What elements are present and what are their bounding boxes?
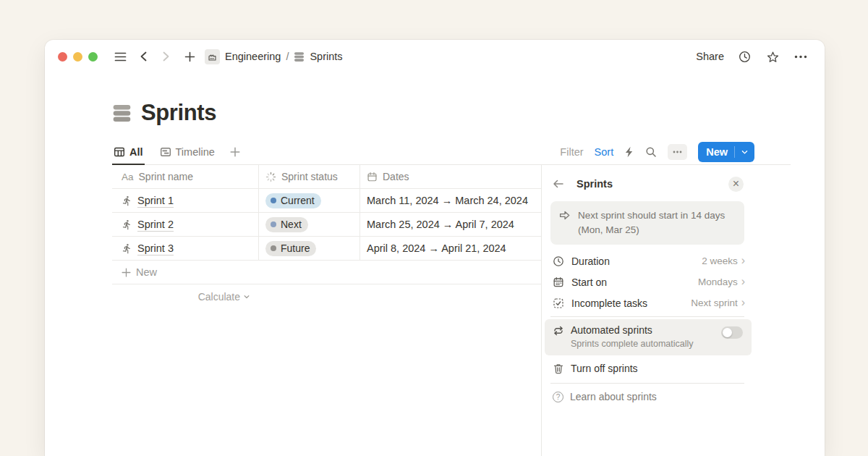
column-label: Dates	[383, 171, 409, 182]
breadcrumb-page[interactable]: Sprints	[310, 51, 342, 62]
column-label: Sprint status	[281, 171, 338, 182]
close-icon[interactable]: ×	[728, 177, 744, 192]
cell-dates[interactable]: April 8, 2024 → April 21, 2024	[360, 237, 541, 260]
trash-icon	[553, 363, 564, 374]
date-property-icon	[367, 172, 378, 182]
sidebar-menu-icon[interactable]	[112, 47, 128, 66]
table-header-row: Aa Sprint name Sprint status Dates	[112, 165, 541, 189]
repeat-cycle-icon	[553, 325, 564, 350]
toggle-knob	[723, 328, 732, 337]
chevron-right-icon: ›	[741, 297, 745, 308]
status-label: Current	[281, 195, 315, 206]
automations-bolt-icon[interactable]	[624, 146, 634, 158]
setting-value: 2 weeks	[702, 256, 738, 266]
cell-sprint-name[interactable]: Sprint 2	[112, 213, 259, 236]
status-badge[interactable]: Future	[265, 241, 316, 256]
date-range: March 25, 2024 → April 7, 2024	[367, 219, 514, 230]
notice-line1: Next sprint should start in 14 days	[578, 210, 725, 221]
cell-sprint-status[interactable]: Next	[259, 213, 360, 236]
setting-duration[interactable]: Duration 2 weeks ›	[542, 250, 753, 271]
view-options-icon[interactable]	[668, 144, 687, 160]
zoom-window-button[interactable]	[88, 52, 98, 62]
setting-start-on[interactable]: Start on Mondays ›	[542, 271, 753, 292]
tab-all[interactable]: All	[112, 140, 145, 165]
automated-sprints-toggle[interactable]	[721, 326, 743, 339]
learn-about-sprints-label: Learn about sprints	[570, 391, 657, 402]
sprint-name-link[interactable]: Sprint 1	[137, 195, 174, 206]
cell-dates[interactable]: March 25, 2024 → April 7, 2024	[360, 213, 541, 236]
sort-button[interactable]: Sort	[595, 146, 614, 158]
cell-sprint-name[interactable]: Sprint 3	[112, 237, 259, 260]
cell-dates[interactable]: March 11, 2024 → March 24, 2024	[360, 189, 541, 212]
status-dot	[271, 245, 276, 251]
help-question-icon: ?	[553, 392, 563, 402]
sprints-table: Aa Sprint name Sprint status Dates	[112, 165, 541, 308]
app-window: Engineering / Sprints Share Sprints	[45, 40, 825, 456]
setting-label: Duration	[571, 256, 610, 267]
chevron-right-icon: ›	[741, 255, 745, 266]
share-button[interactable]: Share	[696, 51, 724, 62]
new-page-icon[interactable]	[182, 47, 197, 66]
chevron-right-icon: ›	[741, 276, 745, 287]
column-header-sprint-name[interactable]: Aa Sprint name	[112, 165, 259, 188]
sprint-name-link[interactable]: Sprint 3	[137, 242, 174, 254]
chevron-down-icon	[243, 293, 250, 300]
column-header-dates[interactable]: Dates	[360, 165, 541, 188]
status-badge[interactable]: Current	[265, 193, 321, 208]
table-row[interactable]: Sprint 1 Current March 11, 2024 → March …	[112, 189, 541, 213]
sprint-runner-icon	[122, 219, 132, 230]
sprint-name-link[interactable]: Sprint 2	[137, 219, 174, 230]
close-window-button[interactable]	[58, 52, 67, 62]
setting-label: Incomplete tasks	[571, 297, 647, 309]
new-button-label: New	[698, 146, 734, 158]
calculate-button[interactable]: Calculate	[112, 284, 259, 308]
breadcrumb-workspace[interactable]: Engineering	[225, 51, 281, 62]
workspace-icon[interactable]	[205, 49, 220, 64]
tab-timeline[interactable]: Timeline	[158, 140, 216, 164]
updates-clock-icon[interactable]	[736, 47, 752, 66]
cell-sprint-name[interactable]: Sprint 1	[112, 189, 259, 212]
view-bar: All Timeline Filter Sort New	[112, 140, 791, 165]
learn-about-sprints-link[interactable]: ? Learn about sprints	[542, 385, 753, 408]
sprint-runner-icon	[122, 243, 132, 254]
calculate-label: Calculate	[198, 291, 240, 303]
new-row-button[interactable]: New	[112, 261, 541, 284]
favorite-star-icon[interactable]	[765, 47, 780, 66]
automated-sprints-label: Automated sprints	[571, 324, 652, 336]
new-button[interactable]: New	[698, 142, 754, 162]
next-sprint-notice: Next sprint should start in 14 days (Mon…	[550, 201, 744, 245]
minimize-window-button[interactable]	[73, 52, 82, 62]
status-label: Future	[281, 242, 310, 254]
add-view-icon[interactable]	[230, 147, 240, 157]
more-options-icon[interactable]	[793, 47, 809, 66]
back-arrow-icon[interactable]	[553, 179, 564, 189]
cell-sprint-status[interactable]: Current	[259, 189, 360, 212]
status-property-icon	[265, 172, 276, 182]
turn-off-sprints-button[interactable]: Turn off sprints	[542, 357, 753, 380]
cell-sprint-status[interactable]: Future	[259, 237, 360, 260]
sprint-settings-list: Duration 2 weeks › Start on Mondays ›	[542, 250, 753, 313]
setting-value: Mondays	[698, 276, 738, 287]
new-row-label: New	[136, 266, 157, 278]
page-header: Sprints	[112, 100, 216, 126]
new-button-chevron-down-icon[interactable]	[735, 148, 754, 156]
search-icon[interactable]	[645, 146, 657, 158]
filter-button[interactable]: Filter	[560, 146, 583, 158]
plus-icon	[122, 268, 131, 277]
table-row[interactable]: Sprint 2 Next March 25, 2024 → April 7, …	[112, 213, 541, 237]
column-header-sprint-status[interactable]: Sprint status	[259, 165, 360, 188]
setting-incomplete-tasks[interactable]: Incomplete tasks Next sprint ›	[542, 292, 753, 313]
checkbox-dashed-icon	[553, 297, 565, 309]
date-range: April 8, 2024 → April 21, 2024	[367, 242, 506, 254]
automated-sprints-row[interactable]: Automated sprints Sprints complete autom…	[545, 319, 752, 355]
page-title[interactable]: Sprints	[141, 100, 216, 126]
status-dot	[271, 221, 276, 227]
status-badge[interactable]: Next	[265, 217, 308, 232]
text-property-icon: Aa	[122, 172, 134, 182]
back-icon[interactable]	[135, 47, 151, 66]
forward-icon[interactable]	[158, 47, 174, 66]
automated-sprints-description: Sprints complete automatically	[571, 339, 694, 349]
column-label: Sprint name	[139, 171, 193, 182]
tab-timeline-label: Timeline	[176, 146, 215, 158]
table-row[interactable]: Sprint 3 Future April 8, 2024 → April 21…	[112, 237, 541, 261]
